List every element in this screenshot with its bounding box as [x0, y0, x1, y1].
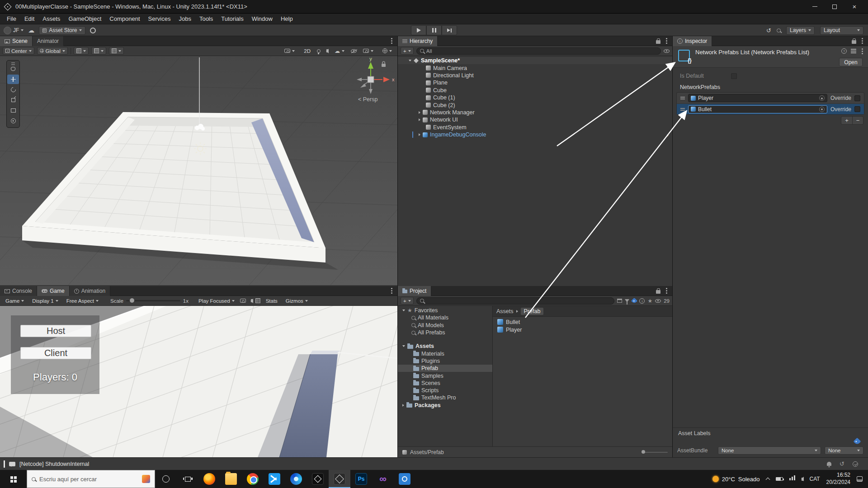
layers-dropdown[interactable]: Layers — [786, 26, 815, 35]
toggle-2d-button[interactable]: 2D — [301, 47, 313, 55]
menu-edit[interactable]: Edit — [20, 14, 38, 24]
menu-tools[interactable]: Tools — [195, 14, 217, 24]
menu-tutorials[interactable]: Tutorials — [217, 14, 247, 24]
favorites-header[interactable]: ★Favorites — [398, 307, 492, 314]
prefab-row-bullet[interactable]: Bullet Override — [677, 103, 864, 114]
status-bar[interactable]: [Netcode] ShutdownInternal ↺ — [0, 457, 868, 470]
clock[interactable]: 16:52 20/2/2024 — [826, 472, 850, 486]
hierarchy-scene-row[interactable]: SampleScene* — [398, 57, 672, 64]
search-icon[interactable] — [777, 28, 781, 33]
scene-render[interactable]: y x < Persp — [0, 56, 397, 285]
expand-down-icon[interactable] — [409, 60, 411, 61]
notifications-muted-icon[interactable] — [827, 462, 831, 466]
panel-menu-icon[interactable] — [666, 40, 667, 42]
pause-button[interactable] — [426, 25, 442, 35]
drag-handle-icon[interactable] — [680, 108, 685, 109]
tab-animator[interactable]: Animator — [33, 36, 64, 46]
battery-icon[interactable] — [776, 477, 783, 481]
maximize-button[interactable] — [825, 0, 844, 14]
capture-icon[interactable] — [240, 299, 246, 303]
menu-window[interactable]: Window — [248, 14, 277, 24]
taskbar-app-photoshop[interactable] — [350, 470, 372, 488]
snap-increment-dropdown[interactable] — [91, 47, 106, 55]
folder-prefab[interactable]: Prefab — [398, 365, 492, 372]
assetbundle-dropdown[interactable]: None — [718, 446, 821, 455]
bullet-object-field[interactable]: Bullet — [688, 105, 827, 113]
tab-animation[interactable]: Animation — [70, 286, 110, 296]
expand-right-icon[interactable] — [402, 404, 404, 407]
favorite-all-materials[interactable]: All Materials — [398, 314, 492, 321]
scene-lighting-icon[interactable] — [317, 49, 321, 53]
play-button[interactable] — [411, 25, 426, 35]
remove-element-button[interactable]: − — [852, 117, 863, 124]
vsync-grid-icon[interactable] — [255, 298, 260, 303]
weather-widget[interactable]: 20°C Soleado — [712, 476, 760, 483]
panel-menu-icon[interactable] — [391, 40, 392, 42]
object-picker-icon[interactable] — [819, 95, 825, 101]
player-object-field[interactable]: Player — [688, 94, 827, 102]
scale-slider[interactable] — [126, 300, 180, 301]
taskbar-app-blue[interactable] — [394, 470, 415, 488]
object-picker-icon[interactable] — [819, 107, 825, 112]
display-dropdown[interactable]: Display 1 — [29, 297, 61, 305]
language-indicator[interactable]: CAT — [810, 476, 820, 482]
taskbar-app-chrome[interactable] — [242, 470, 264, 488]
network-icon[interactable] — [789, 478, 791, 480]
tab-inspector[interactable]: Inspector — [673, 36, 712, 46]
override-checkbox[interactable] — [854, 106, 860, 112]
search-type-icon[interactable] — [625, 299, 629, 302]
expand-right-icon[interactable] — [419, 133, 420, 136]
slider-knob[interactable] — [642, 450, 645, 454]
layout-dropdown[interactable]: Layout — [820, 26, 863, 35]
scene-visibility-toggle-icon[interactable] — [664, 49, 670, 53]
rect-tool-button[interactable] — [7, 106, 19, 115]
project-search[interactable] — [416, 297, 615, 305]
taskbar-search-input[interactable] — [39, 476, 138, 483]
add-asset-button[interactable]: + — [401, 297, 414, 305]
camera-settings-dropdown[interactable] — [360, 47, 376, 55]
tray-expand-icon[interactable] — [765, 478, 770, 482]
lock-icon[interactable] — [852, 40, 856, 44]
panel-menu-icon[interactable] — [862, 40, 863, 42]
panel-menu-icon[interactable] — [666, 290, 667, 291]
scale-tool-button[interactable] — [7, 95, 19, 105]
game-target-dropdown[interactable]: Game — [3, 297, 27, 305]
tab-console[interactable]: Console — [0, 286, 37, 296]
taskbar-app-visual-studio[interactable] — [372, 470, 394, 488]
minimize-button[interactable] — [805, 0, 825, 14]
hierarchy-item-plane[interactable]: Plane — [398, 79, 672, 86]
status-message[interactable]: [Netcode] ShutdownInternal — [19, 461, 89, 467]
cloud-services-icon[interactable]: ☁ — [28, 27, 34, 33]
taskbar-app-unity-hub[interactable] — [307, 470, 329, 488]
client-button[interactable]: Client — [20, 347, 91, 359]
slider-knob[interactable] — [130, 298, 134, 303]
action-center-icon[interactable] — [857, 476, 863, 482]
expand-right-icon[interactable] — [419, 118, 420, 121]
orientation-dropdown[interactable]: Global — [37, 47, 68, 55]
hierarchy-item-network-ui[interactable]: Network UI — [398, 116, 672, 123]
hierarchy-item-network-manager[interactable]: Network Manager — [398, 109, 672, 116]
mute-audio-icon[interactable] — [251, 299, 253, 302]
prefab-open-arrow[interactable]: › — [667, 132, 669, 138]
gizmo-center-cube[interactable] — [368, 76, 374, 83]
asset-label-icon[interactable] — [854, 438, 861, 446]
pivot-dropdown[interactable]: Center — [3, 47, 34, 55]
version-control-icon[interactable] — [90, 28, 96, 33]
tool-settings-dropdown[interactable] — [109, 47, 124, 55]
tab-game[interactable]: Game — [37, 286, 70, 296]
favorite-all-prefabs[interactable]: All Prefabs — [398, 329, 492, 336]
start-button[interactable] — [0, 470, 27, 488]
asset-player[interactable]: Player — [493, 326, 672, 333]
lock-icon[interactable] — [656, 40, 660, 44]
menu-services[interactable]: Services — [144, 14, 175, 24]
help-icon[interactable] — [841, 48, 847, 54]
menu-gameobject[interactable]: GameObject — [64, 14, 105, 24]
close-button[interactable]: × — [844, 0, 864, 14]
hierarchy-item-ingamedebugconsole[interactable]: IngameDebugConsole › — [398, 131, 672, 138]
package-icon[interactable] — [617, 299, 622, 303]
game-viewport[interactable]: Host Client Players: 0 — [0, 306, 397, 457]
menu-help[interactable]: Help — [277, 14, 297, 24]
effects-dropdown[interactable]: ☁ — [332, 47, 347, 55]
refresh-icon[interactable]: ↺ — [840, 461, 844, 467]
info-icon[interactable] — [639, 298, 645, 304]
